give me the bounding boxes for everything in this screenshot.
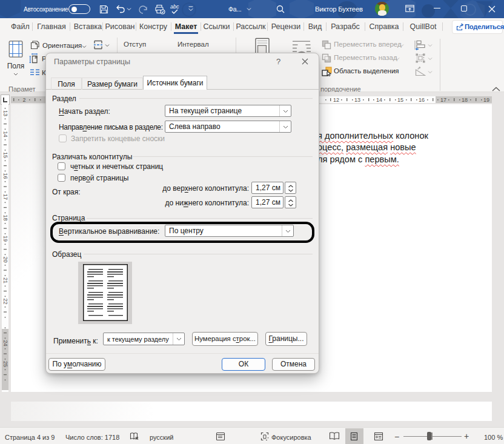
svg-text:18: 18 — [462, 97, 468, 103]
svg-text:19: 19 — [483, 97, 489, 103]
svg-text:22: 22 — [2, 298, 8, 304]
svg-text:16: 16 — [2, 173, 8, 179]
svg-text:21: 21 — [2, 277, 8, 283]
svg-text:15: 15 — [397, 97, 403, 103]
svg-text:13: 13 — [2, 110, 8, 116]
svg-text:17: 17 — [2, 194, 8, 200]
svg-text:14: 14 — [376, 97, 382, 103]
svg-text:20: 20 — [2, 256, 8, 262]
svg-text:2: 2 — [22, 97, 25, 103]
svg-text:17: 17 — [440, 97, 446, 103]
svg-text:14: 14 — [2, 131, 8, 137]
svg-text:19: 19 — [2, 236, 8, 242]
svg-text:15: 15 — [2, 152, 8, 158]
svg-text:18: 18 — [2, 214, 8, 220]
svg-text:13: 13 — [354, 97, 360, 103]
svg-text:24: 24 — [2, 340, 8, 346]
svg-text:16: 16 — [419, 97, 425, 103]
svg-text:25: 25 — [2, 361, 8, 367]
svg-text:12: 12 — [333, 97, 339, 103]
